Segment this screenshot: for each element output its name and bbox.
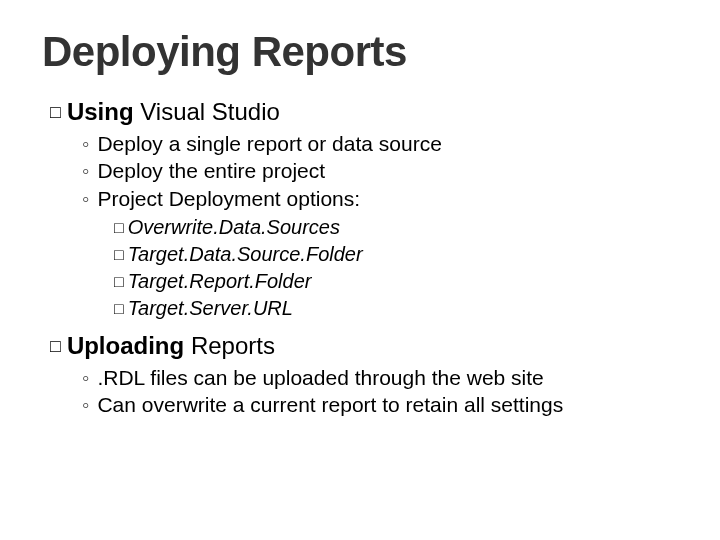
- ring-bullet-icon: ◦: [82, 185, 89, 212]
- ring-bullet-icon: ◦: [82, 364, 89, 391]
- bullet-deploy-project: ◦Deploy the entire project: [50, 157, 684, 184]
- square-bullet-icon: □: [50, 102, 61, 123]
- option-text: Target.Data.Source.Folder: [128, 243, 363, 265]
- heading-uploading-reports: □Uploading Reports: [50, 332, 684, 360]
- option-target-report-folder: □Target.Report.Folder: [50, 268, 684, 295]
- square-bullet-icon: □: [114, 271, 124, 293]
- option-overwrite-data-sources: □Overwrite.Data.Sources: [50, 214, 684, 241]
- bullet-deployment-options: ◦Project Deployment options:: [50, 185, 684, 212]
- heading-rest: Reports: [191, 332, 275, 359]
- slide: Deploying Reports □Using Visual Studio ◦…: [0, 0, 720, 540]
- heading-lead: Uploading: [67, 332, 184, 359]
- bullet-overwrite-report: ◦Can overwrite a current report to retai…: [50, 391, 684, 418]
- slide-title: Deploying Reports: [36, 28, 684, 76]
- ring-bullet-icon: ◦: [82, 391, 89, 418]
- bullet-text: Deploy a single report or data source: [97, 132, 441, 155]
- bullet-text: Can overwrite a current report to retain…: [97, 393, 563, 416]
- ring-bullet-icon: ◦: [82, 130, 89, 157]
- square-bullet-icon: □: [114, 244, 124, 266]
- heading-using-visual-studio: □Using Visual Studio: [50, 98, 684, 126]
- option-target-data-source-folder: □Target.Data.Source.Folder: [50, 241, 684, 268]
- ring-bullet-icon: ◦: [82, 157, 89, 184]
- option-text: Overwrite.Data.Sources: [128, 216, 340, 238]
- bullet-rdl-upload: ◦.RDL files can be uploaded through the …: [50, 364, 684, 391]
- heading-lead: Using: [67, 98, 134, 125]
- bullet-text: Project Deployment options:: [97, 187, 360, 210]
- square-bullet-icon: □: [114, 298, 124, 320]
- square-bullet-icon: □: [50, 336, 61, 357]
- heading-rest: Visual Studio: [140, 98, 280, 125]
- bullet-deploy-single: ◦Deploy a single report or data source: [50, 130, 684, 157]
- bullet-text: .RDL files can be uploaded through the w…: [97, 366, 543, 389]
- option-text: Target.Report.Folder: [128, 270, 312, 292]
- bullet-text: Deploy the entire project: [97, 159, 325, 182]
- option-target-server-url: □Target.Server.URL: [50, 295, 684, 322]
- square-bullet-icon: □: [114, 217, 124, 239]
- option-text: Target.Server.URL: [128, 297, 293, 319]
- slide-body: □Using Visual Studio ◦Deploy a single re…: [36, 98, 684, 418]
